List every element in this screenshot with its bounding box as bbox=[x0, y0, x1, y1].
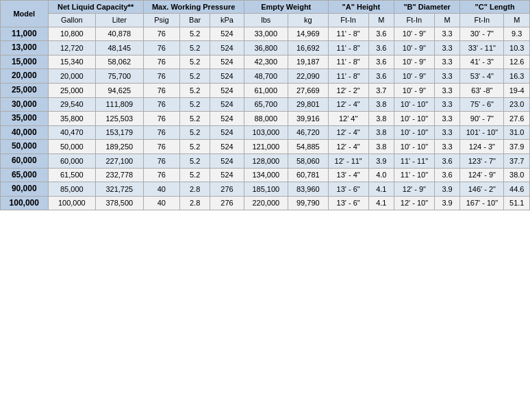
table-row: 60,00060,000227,100765.2524128,00058,060… bbox=[1, 153, 530, 168]
cell-model: 65,000 bbox=[1, 168, 49, 182]
cell-b_ftin: 10' - 10" bbox=[394, 112, 435, 126]
cell-a_ftin: 11' - 8" bbox=[328, 27, 368, 41]
cell-kpa: 524 bbox=[210, 153, 244, 168]
cell-b_ftin: 12' - 10" bbox=[394, 196, 435, 210]
table-row: 25,00025,00094,625765.252461,00027,66912… bbox=[1, 83, 530, 97]
col-header-lbs: lbs bbox=[244, 14, 288, 27]
table-row: 50,00050,000189,250765.2524121,00054,885… bbox=[1, 140, 530, 154]
cell-c_ftin: 146' - 2" bbox=[460, 182, 504, 197]
cell-liter: 40,878 bbox=[96, 27, 144, 41]
cell-liter: 48,145 bbox=[96, 41, 144, 55]
cell-bar: 5.2 bbox=[180, 27, 210, 41]
cell-c_ftin: 167' - 10" bbox=[460, 196, 504, 210]
cell-a_m: 3.8 bbox=[368, 97, 394, 112]
cell-a_ftin: 13' - 4" bbox=[328, 168, 368, 182]
cell-gallon: 60,000 bbox=[48, 153, 96, 168]
cell-c_m: 9.3 bbox=[504, 27, 530, 41]
cell-bar: 5.2 bbox=[180, 55, 210, 69]
col-header-max-pressure: Max. Working Pressure bbox=[143, 1, 244, 14]
cell-model: 50,000 bbox=[1, 140, 49, 154]
cell-b_m: 3.3 bbox=[434, 112, 459, 126]
cell-gallon: 25,000 bbox=[48, 83, 96, 97]
cell-kpa: 524 bbox=[210, 27, 244, 41]
cell-a_m: 3.7 bbox=[368, 83, 394, 97]
cell-bar: 2.8 bbox=[180, 196, 210, 210]
cell-b_ftin: 10' - 9" bbox=[394, 41, 435, 55]
col-header-gallon: Gallon bbox=[48, 14, 96, 27]
cell-psig: 76 bbox=[143, 69, 179, 84]
cell-model: 100,000 bbox=[1, 196, 49, 210]
cell-lbs: 48,700 bbox=[244, 69, 288, 84]
cell-model: 20,000 bbox=[1, 69, 49, 84]
cell-model: 60,000 bbox=[1, 153, 49, 168]
cell-b_ftin: 10' - 10" bbox=[394, 140, 435, 154]
cell-gallon: 85,000 bbox=[48, 182, 96, 197]
cell-c_ftin: 53' - 4" bbox=[460, 69, 504, 84]
cell-bar: 5.2 bbox=[180, 41, 210, 55]
cell-b_ftin: 10' - 9" bbox=[394, 55, 435, 69]
table-row: 13,00012,72048,145765.252436,80016,69211… bbox=[1, 41, 530, 55]
cell-lbs: 65,700 bbox=[244, 97, 288, 112]
cell-a_ftin: 13' - 6" bbox=[328, 196, 368, 210]
cell-kg: 99,790 bbox=[288, 196, 328, 210]
col-header-ftin-c: Ft-In bbox=[460, 14, 504, 27]
col-header-c-length: "C" Length bbox=[460, 1, 530, 14]
cell-a_m: 3.6 bbox=[368, 55, 394, 69]
cell-b_m: 3.3 bbox=[434, 125, 459, 140]
cell-c_ftin: 33' - 11" bbox=[460, 41, 504, 55]
table-row: 15,00015,34058,062765.252442,30019,18711… bbox=[1, 55, 530, 69]
table-row: 30,00029,540111,809765.252465,70029,8011… bbox=[1, 97, 530, 112]
table-row: 20,00020,00075,700765.252448,70022,09011… bbox=[1, 69, 530, 84]
cell-liter: 227,100 bbox=[96, 153, 144, 168]
col-header-ftin-a: Ft-In bbox=[328, 14, 368, 27]
cell-model: 90,000 bbox=[1, 182, 49, 197]
cell-c_m: 44.6 bbox=[504, 182, 530, 197]
cell-lbs: 185,100 bbox=[244, 182, 288, 197]
cell-a_m: 3.8 bbox=[368, 112, 394, 126]
cell-bar: 5.2 bbox=[180, 112, 210, 126]
cell-model: 40,000 bbox=[1, 125, 49, 140]
cell-kg: 16,692 bbox=[288, 41, 328, 55]
cell-a_ftin: 12' - 4" bbox=[328, 97, 368, 112]
cell-c_m: 37.7 bbox=[504, 153, 530, 168]
cell-bar: 5.2 bbox=[180, 69, 210, 84]
cell-a_ftin: 11' - 8" bbox=[328, 41, 368, 55]
col-header-net-liquid: Net Liquid Capacity** bbox=[48, 1, 143, 14]
cell-b_ftin: 12' - 9" bbox=[394, 182, 435, 197]
cell-gallon: 10,800 bbox=[48, 27, 96, 41]
cell-kg: 14,969 bbox=[288, 27, 328, 41]
cell-psig: 76 bbox=[143, 97, 179, 112]
cell-b_m: 3.3 bbox=[434, 55, 459, 69]
cell-kg: 60,781 bbox=[288, 168, 328, 182]
cell-b_m: 3.3 bbox=[434, 27, 459, 41]
cell-a_ftin: 12' 4" bbox=[328, 112, 368, 126]
cell-a_ftin: 11' - 8" bbox=[328, 55, 368, 69]
cell-liter: 125,503 bbox=[96, 112, 144, 126]
cell-liter: 94,625 bbox=[96, 83, 144, 97]
cell-gallon: 29,540 bbox=[48, 97, 96, 112]
cell-lbs: 61,000 bbox=[244, 83, 288, 97]
table-row: 35,00035,800125,503765.252488,00039,9161… bbox=[1, 112, 530, 126]
cell-c_m: 16.3 bbox=[504, 69, 530, 84]
cell-liter: 189,250 bbox=[96, 140, 144, 154]
cell-liter: 153,179 bbox=[96, 125, 144, 140]
cell-kpa: 524 bbox=[210, 41, 244, 55]
cell-gallon: 50,000 bbox=[48, 140, 96, 154]
cell-psig: 76 bbox=[143, 168, 179, 182]
cell-gallon: 100,000 bbox=[48, 196, 96, 210]
cell-gallon: 61,500 bbox=[48, 168, 96, 182]
cell-a_ftin: 13' - 6" bbox=[328, 182, 368, 197]
col-header-bar: Bar bbox=[180, 14, 210, 27]
cell-a_m: 3.8 bbox=[368, 125, 394, 140]
cell-psig: 76 bbox=[143, 153, 179, 168]
cell-kpa: 524 bbox=[210, 83, 244, 97]
cell-a_m: 4.1 bbox=[368, 182, 394, 197]
cell-b_m: 3.9 bbox=[434, 196, 459, 210]
cell-b_m: 3.3 bbox=[434, 140, 459, 154]
cell-b_m: 3.3 bbox=[434, 41, 459, 55]
cell-psig: 76 bbox=[143, 83, 179, 97]
cell-bar: 5.2 bbox=[180, 125, 210, 140]
cell-bar: 5.2 bbox=[180, 140, 210, 154]
cell-c_m: 10.3 bbox=[504, 41, 530, 55]
cell-bar: 2.8 bbox=[180, 182, 210, 197]
